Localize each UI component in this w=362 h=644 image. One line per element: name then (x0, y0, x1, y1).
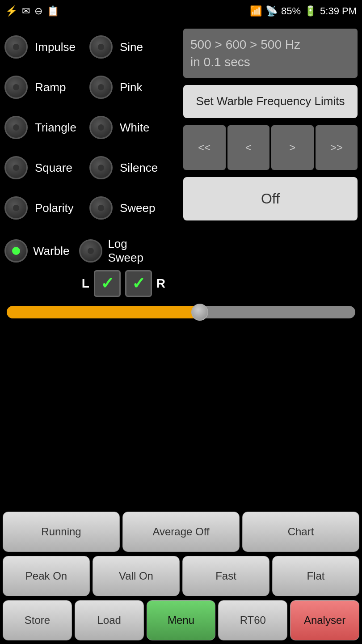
label-silence: Silence (120, 161, 158, 175)
radio-triangle[interactable] (4, 116, 28, 139)
channel-r-label: R (156, 276, 165, 291)
radio-square[interactable] (4, 156, 28, 179)
radio-polarity[interactable] (4, 196, 28, 220)
volume-slider[interactable] (7, 306, 355, 318)
waveform-silence[interactable]: Silence (89, 148, 179, 188)
channel-l-check[interactable]: ✓ (94, 270, 121, 297)
freq-display: 500 > 600 > 500 Hz in 0.1 secs (183, 29, 358, 78)
label-pink: Pink (120, 80, 143, 94)
signal-icon: 📡 (265, 5, 278, 17)
peak-on-button[interactable]: Peak On (3, 556, 90, 596)
label-ramp: Ramp (35, 80, 66, 94)
waveform-sine[interactable]: Sine (89, 27, 179, 67)
clock: 5:39 PM (320, 5, 357, 17)
waveform-logsweep[interactable]: Log Sweep (79, 237, 143, 265)
waveform-polarity[interactable]: Polarity (0, 188, 89, 228)
slider-thumb[interactable] (191, 304, 208, 321)
status-bar: ⚡ ✉ ⊖ 📋 📶 📡 85% 🔋 5:39 PM (0, 0, 362, 22)
radio-pink[interactable] (89, 76, 113, 99)
off-button[interactable]: Off (183, 177, 358, 220)
analyser-button[interactable]: Analyser (290, 600, 359, 640)
mail-icon: ✉ (22, 5, 30, 17)
channel-l-label: L (82, 276, 89, 291)
flat-button[interactable]: Flat (272, 556, 359, 596)
label-logsweep: Log Sweep (108, 237, 143, 265)
slider-fill (7, 306, 198, 318)
radio-logsweep[interactable] (79, 239, 102, 263)
spacer (0, 332, 362, 359)
radio-ramp[interactable] (4, 76, 28, 99)
running-button[interactable]: Running (3, 512, 120, 552)
wifi-icon: 📶 (250, 5, 262, 17)
check-r-icon: ✓ (132, 274, 145, 293)
waveform-white[interactable]: White (89, 107, 179, 148)
battery-percent: 85% (281, 5, 301, 17)
waveform-sweep[interactable]: Sweep (89, 188, 179, 228)
nav-fast-back[interactable]: << (183, 125, 226, 170)
nav-back[interactable]: < (227, 125, 270, 170)
nav-forward[interactable]: > (271, 125, 314, 170)
waveform-triangle[interactable]: Triangle (0, 107, 89, 148)
minus-icon: ⊖ (34, 5, 42, 17)
label-polarity: Polarity (35, 201, 74, 215)
label-warble: Warble (33, 244, 69, 258)
waveform-impulse[interactable]: Impulse (0, 27, 89, 67)
label-triangle: Triangle (35, 121, 76, 135)
check-l-icon: ✓ (101, 274, 114, 293)
status-right-icons: 📶 📡 85% 🔋 5:39 PM (250, 5, 357, 17)
load-button[interactable]: Load (75, 600, 144, 640)
radio-warble[interactable] (4, 239, 28, 263)
waveform-warble[interactable]: Warble (4, 239, 69, 263)
vall-on-button[interactable]: Vall On (93, 556, 180, 596)
volume-slider-row (0, 301, 362, 332)
radio-sine[interactable] (89, 35, 113, 59)
set-warble-button[interactable]: Set Warble Frequency Limits (183, 85, 358, 118)
battery-icon: 🔋 (304, 5, 316, 17)
label-square: Square (35, 161, 72, 175)
channel-r-check[interactable]: ✓ (125, 270, 152, 297)
waveform-ramp[interactable]: Ramp (0, 67, 89, 107)
label-impulse: Impulse (35, 40, 76, 54)
bottom-row-1: Running Average Off Chart (0, 509, 362, 553)
store-button[interactable]: Store (3, 600, 72, 640)
bottom-row-2: Peak On Vall On Fast Flat (0, 553, 362, 597)
label-white: White (120, 121, 149, 135)
menu-button[interactable]: Menu (147, 600, 216, 640)
right-panel: 500 > 600 > 500 Hz in 0.1 secs Set Warbl… (179, 27, 362, 332)
radio-sweep[interactable] (89, 196, 113, 220)
nav-buttons: << < > >> (183, 125, 358, 170)
radio-white[interactable] (89, 116, 113, 139)
radio-silence[interactable] (89, 156, 113, 179)
fast-button[interactable]: Fast (182, 556, 269, 596)
bottom-row-3: Store Load Menu RT60 Analyser (0, 597, 362, 644)
warble-channel-row: Warble Log Sweep L ✓ ✓ R (0, 228, 179, 301)
clipboard-icon: 📋 (47, 5, 59, 17)
channel-checkboxes: L ✓ ✓ R (82, 270, 165, 297)
bottom-buttons: Running Average Off Chart Peak On Vall O… (0, 509, 362, 644)
radio-impulse[interactable] (4, 35, 28, 59)
label-sweep: Sweep (120, 201, 156, 215)
waveform-square[interactable]: Square (0, 148, 89, 188)
status-left-icons: ⚡ ✉ ⊖ 📋 (5, 5, 59, 17)
waveform-pink[interactable]: Pink (89, 67, 179, 107)
rt60-button[interactable]: RT60 (218, 600, 287, 640)
average-off-button[interactable]: Average Off (122, 512, 240, 552)
main-content: Impulse Sine Ramp Pink Triangle White Sq… (0, 22, 362, 332)
chart-button[interactable]: Chart (242, 512, 359, 552)
label-sine: Sine (120, 40, 143, 54)
nav-fast-forward[interactable]: >> (316, 125, 358, 170)
usb-icon: ⚡ (5, 5, 17, 17)
